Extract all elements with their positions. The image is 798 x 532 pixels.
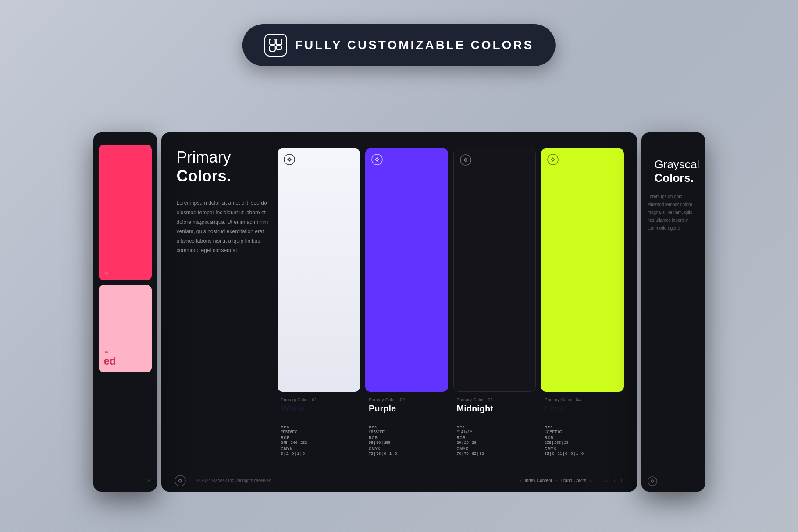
slide-left-partial: 04 08 ed › 16 xyxy=(93,132,157,492)
color-card-purple: Primary Color - 02 Purple - HEX #6232FF … xyxy=(365,148,448,460)
lime-hex-value: #CEFF1C xyxy=(545,429,620,434)
svg-point-5 xyxy=(289,159,290,160)
footer-copyright: © 2024 Radesk Inc. All rights reserved xyxy=(197,478,271,483)
purple-label: Primary Color - 02 xyxy=(369,397,445,402)
midnight-label: Primary Color - 03 xyxy=(457,397,533,402)
white-card-logo xyxy=(284,154,295,165)
white-label: Primary Color - 01 xyxy=(281,397,357,402)
midnight-rgb-label: RGB xyxy=(457,436,533,440)
midnight-cmyk-value: 76 | 70 | 62 | 82 xyxy=(457,451,533,456)
midnight-swatch xyxy=(453,148,536,392)
white-name: White xyxy=(281,404,357,414)
right-title-area: Grayscal Colors. xyxy=(641,132,705,185)
lime-card-logo xyxy=(547,154,559,165)
slide-text-area: Primary Colors. Lorem ipsum dolor sit am… xyxy=(177,148,278,460)
purple-hex-value: #6232FF xyxy=(369,429,445,434)
right-title-line1: Grayscal xyxy=(655,158,700,171)
lime-swatch xyxy=(541,148,624,392)
left-page-num: 16 xyxy=(146,479,150,483)
lime-name: Lime xyxy=(545,404,620,414)
svg-rect-3 xyxy=(276,46,282,49)
white-rgb-label: RGB xyxy=(281,436,357,440)
svg-point-11 xyxy=(552,159,554,160)
midnight-rgb-value: 20 | 20 | 26 xyxy=(457,440,533,445)
footer-nav-index: Index Content xyxy=(525,478,552,483)
white-swatch xyxy=(278,148,360,392)
purple-hex-label: HEX xyxy=(369,425,445,429)
svg-point-13 xyxy=(179,480,181,482)
purple-card-logo xyxy=(371,154,383,165)
right-slide-title: Grayscal Colors. xyxy=(648,145,698,185)
footer-page-chevron: › xyxy=(614,478,615,483)
svg-point-9 xyxy=(465,159,467,161)
midnight-card-logo xyxy=(460,154,471,166)
svg-rect-1 xyxy=(276,39,282,45)
footer-nav-chevron3: › xyxy=(590,478,591,483)
footer-nav-chevron2: › xyxy=(556,478,557,483)
left-footer: › 16 xyxy=(93,470,157,492)
lime-rgb-value: 206 | 255 | 28 xyxy=(545,440,620,445)
purple-card-info: Primary Color - 02 Purple - HEX #6232FF … xyxy=(365,392,448,460)
left-red-swatch: 04 xyxy=(99,145,152,280)
color-cards-area: Primary Color - 01 White - HEX #F5F6FC R… xyxy=(278,148,624,460)
purple-rgb-label: RGB xyxy=(369,436,445,440)
palette-icon xyxy=(268,38,283,53)
footer-nav: › Index Content › Brand Colors › xyxy=(520,478,591,483)
slide-main-content: Primary Colors. Lorem ipsum dolor sit am… xyxy=(161,132,637,469)
lime-cmyk-value: 33 | 0 | 11 | 0 | 0 | 1 | 0 xyxy=(545,451,620,456)
section-title-line1: Primary xyxy=(177,148,231,166)
lime-dash: - xyxy=(545,417,620,422)
left-num-08: 08 xyxy=(104,350,146,354)
top-badge: FULLY CUSTOMIZABLE COLORS xyxy=(242,24,556,66)
midnight-hex-value: #14141A xyxy=(457,429,533,434)
purple-name: Purple xyxy=(369,404,445,414)
badge-icon-wrap xyxy=(264,34,287,57)
right-footer-logo xyxy=(648,476,657,486)
white-cmyk-label: CMYK xyxy=(281,447,357,451)
footer-page-total: 15 xyxy=(619,478,623,483)
white-hex-value: #F5F6FC xyxy=(281,429,357,434)
lime-label: Primary Color - 04 xyxy=(545,397,620,402)
svg-rect-0 xyxy=(270,39,275,45)
left-chevron: › xyxy=(100,479,101,483)
lime-card-info: Primary Color - 04 Lime - HEX #CEFF1C RG… xyxy=(541,392,624,460)
purple-dash: - xyxy=(369,417,445,422)
color-card-lime: Primary Color - 04 Lime - HEX #CEFF1C RG… xyxy=(541,148,624,460)
left-num-04: 04 xyxy=(104,271,108,275)
section-body: Lorem ipsum dolor sit amet elit, sed do … xyxy=(177,199,269,255)
midnight-cmyk-label: CMYK xyxy=(457,447,533,451)
right-footer xyxy=(641,470,705,492)
footer-page-num: 3.1 xyxy=(604,478,610,483)
midnight-name: Midnight xyxy=(457,404,533,414)
right-slide-body: Lorem ipsum dolo eiusmod tempor dolore m… xyxy=(641,185,705,232)
midnight-hex-label: HEX xyxy=(457,425,533,429)
midnight-card-info: Primary Color - 03 Midnight - HEX #14141… xyxy=(453,392,536,460)
badge-title: FULLY CUSTOMIZABLE COLORS xyxy=(295,38,534,52)
slide-footer: © 2024 Radesk Inc. All rights reserved ›… xyxy=(161,469,637,492)
slide-container: 04 08 ed › 16 Primary Colors. Lorem ipsu… xyxy=(0,92,798,532)
footer-page: 3.1 › 15 xyxy=(604,478,623,483)
footer-nav-brand: Brand Colors xyxy=(560,478,586,483)
white-dash: - xyxy=(281,417,357,422)
midnight-dash: - xyxy=(457,417,533,422)
section-title-line2: Colors. xyxy=(177,167,231,185)
lime-hex-label: HEX xyxy=(545,425,620,429)
purple-cmyk-value: 72 | 76 | 0 | 1 | 0 xyxy=(369,451,445,456)
lime-rgb-label: RGB xyxy=(545,436,620,440)
svg-point-7 xyxy=(376,159,378,160)
svg-rect-2 xyxy=(270,46,275,51)
section-title: Primary Colors. xyxy=(177,148,269,185)
lime-cmyk-label: CMYK xyxy=(545,447,620,451)
white-cmyk-value: 3 | 2 | 0 | 1 | 0 xyxy=(281,451,357,456)
purple-swatch xyxy=(365,148,448,392)
color-card-white: Primary Color - 01 White - HEX #F5F6FC R… xyxy=(278,148,360,460)
white-hex-label: HEX xyxy=(281,425,357,429)
white-rgb-value: 245 | 246 | 252 xyxy=(281,440,357,445)
footer-logo xyxy=(175,475,186,486)
white-card-info: Primary Color - 01 White - HEX #F5F6FC R… xyxy=(278,392,360,460)
purple-cmyk-label: CMYK xyxy=(369,447,445,451)
svg-point-15 xyxy=(652,480,653,482)
slide-right-partial: Grayscal Colors. Lorem ipsum dolo eiusmo… xyxy=(641,132,705,492)
left-pink-swatch: 08 ed xyxy=(99,285,152,372)
purple-rgb-value: 98 | 50 | 255 xyxy=(369,440,445,445)
